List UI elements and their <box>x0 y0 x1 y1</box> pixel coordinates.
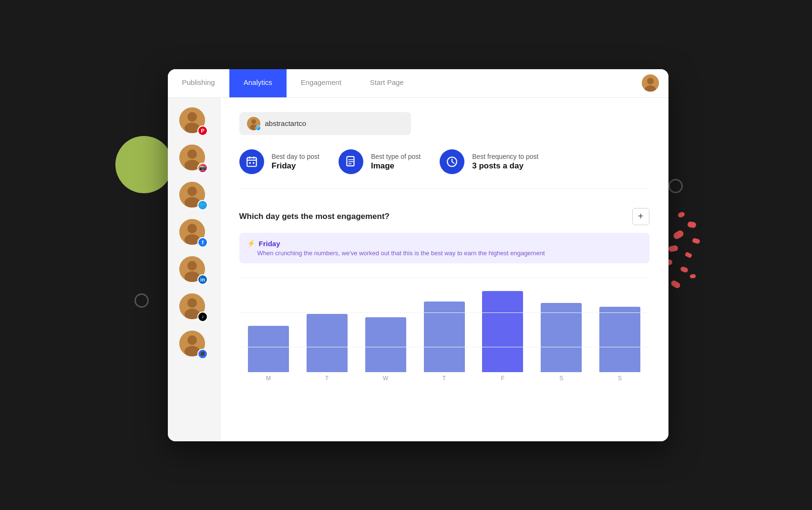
svg-point-4 <box>187 112 197 122</box>
insight-best-type: Best type of post Image <box>339 149 421 174</box>
badge-pinterest: P <box>197 125 208 136</box>
svg-point-19 <box>187 298 197 308</box>
user-avatar <box>642 74 659 92</box>
svg-point-7 <box>187 149 197 159</box>
chart-section: Which day gets the most engagement? + ⚡ … <box>239 208 649 383</box>
bar-day-label: F <box>501 375 504 383</box>
bar-chart: MTWTFSS <box>239 278 649 383</box>
bar-group-T: T <box>415 283 473 383</box>
bar-S <box>541 303 582 372</box>
badge-facebook: f <box>197 237 208 248</box>
verified-badge: ✓ <box>256 125 261 131</box>
tab-start-page[interactable]: Start Page <box>356 69 418 97</box>
chart-add-button[interactable]: + <box>632 208 649 225</box>
bar-group-M: M <box>239 283 298 383</box>
badge-twitter: 🐦 <box>197 200 208 210</box>
insight-text-best-frequency: Best frequency to post 3 posts a day <box>472 153 538 171</box>
callout-title-row: ⚡ Friday <box>247 239 642 248</box>
calendar-icon <box>239 149 264 174</box>
main-content: ✓ abstractartco <box>220 98 668 441</box>
badge-instagram: 📷 <box>197 163 208 173</box>
insight-text-best-type: Best type of post Image <box>371 153 421 171</box>
insight-best-frequency: Best frequency to post 3 posts a day <box>440 149 538 174</box>
tab-publishing[interactable]: Publishing <box>168 69 229 97</box>
sidebar-account-linkedin[interactable]: in <box>179 256 208 285</box>
outer-wrapper: Publishing Analytics Engagement Start Pa… <box>144 69 668 441</box>
bar-T <box>307 314 348 372</box>
nav-avatar[interactable] <box>632 69 668 97</box>
callout-description: When crunching the numbers, we've worked… <box>257 250 642 257</box>
tab-analytics[interactable]: Analytics <box>229 69 287 97</box>
account-selector[interactable]: ✓ abstractartco <box>239 112 411 135</box>
svg-line-39 <box>452 162 454 163</box>
svg-rect-27 <box>247 157 257 166</box>
account-name: abstractartco <box>265 119 307 127</box>
deco-circle-gray-left <box>134 293 149 308</box>
insight-label-best-type: Best type of post <box>371 153 421 160</box>
badge-linkedin: in <box>197 274 208 285</box>
lightning-icon: ⚡ <box>247 239 255 247</box>
insight-label-best-day: Best day to post <box>272 153 319 160</box>
sidebar-account-instagram[interactable]: 📷 <box>179 145 208 173</box>
svg-point-1 <box>647 78 654 84</box>
insight-value-best-day: Friday <box>272 161 319 171</box>
callout-day: Friday <box>259 239 280 248</box>
sidebar-account-pinterest[interactable]: P <box>179 107 208 136</box>
friday-callout: ⚡ Friday When crunching the numbers, we'… <box>239 233 649 263</box>
tab-engagement[interactable]: Engagement <box>287 69 356 97</box>
app-body: P 📷 <box>168 98 668 441</box>
sidebar: P 📷 <box>168 98 220 441</box>
svg-point-22 <box>187 335 197 345</box>
insights-row: Best day to post Friday <box>239 149 649 189</box>
sidebar-account-tiktok[interactable]: ♪ <box>179 293 208 322</box>
svg-point-13 <box>187 224 197 233</box>
svg-rect-33 <box>347 156 354 166</box>
deco-circle-green <box>115 136 173 193</box>
bar-day-label: S <box>618 375 622 383</box>
bar-group-F: F <box>473 283 532 383</box>
badge-buffer: ⬛ <box>197 349 208 359</box>
bar-S <box>599 307 640 372</box>
document-icon <box>339 149 363 174</box>
bar-W <box>365 317 406 372</box>
bar-group-W: W <box>356 283 415 383</box>
bar-group-S: S <box>532 283 591 383</box>
chart-header: Which day gets the most engagement? + <box>239 208 649 225</box>
sidebar-account-twitter[interactable]: 🐦 <box>179 182 208 210</box>
bar-day-label: W <box>383 375 388 383</box>
bar-day-label: S <box>559 375 563 383</box>
bar-group-T: T <box>298 283 356 383</box>
insight-value-best-frequency: 3 posts a day <box>472 161 538 171</box>
bar-day-label: M <box>266 375 271 383</box>
badge-tiktok: ♪ <box>197 312 208 322</box>
bar-day-label: T <box>325 375 329 383</box>
svg-point-25 <box>251 119 256 124</box>
insight-value-best-type: Image <box>371 161 421 171</box>
clock-icon <box>440 149 464 174</box>
bar-day-label: T <box>442 375 446 383</box>
app-window: Publishing Analytics Engagement Start Pa… <box>168 69 668 441</box>
svg-point-16 <box>187 261 197 271</box>
insight-label-best-frequency: Best frequency to post <box>472 153 538 160</box>
svg-rect-31 <box>249 162 250 164</box>
bar-M <box>248 326 289 372</box>
deco-circle-gray-right <box>668 179 683 193</box>
insight-best-day: Best day to post Friday <box>239 149 319 174</box>
svg-point-10 <box>187 187 197 196</box>
svg-rect-32 <box>253 162 254 164</box>
chart-title: Which day gets the most engagement? <box>239 212 390 221</box>
bar-group-S: S <box>591 283 649 383</box>
bar-T <box>424 302 465 372</box>
bar-F <box>482 291 523 372</box>
insight-text-best-day: Best day to post Friday <box>272 153 319 171</box>
top-nav: Publishing Analytics Engagement Start Pa… <box>168 69 668 98</box>
sidebar-account-facebook[interactable]: f <box>179 219 208 248</box>
sidebar-account-buffer[interactable]: ⬛ <box>179 331 208 359</box>
